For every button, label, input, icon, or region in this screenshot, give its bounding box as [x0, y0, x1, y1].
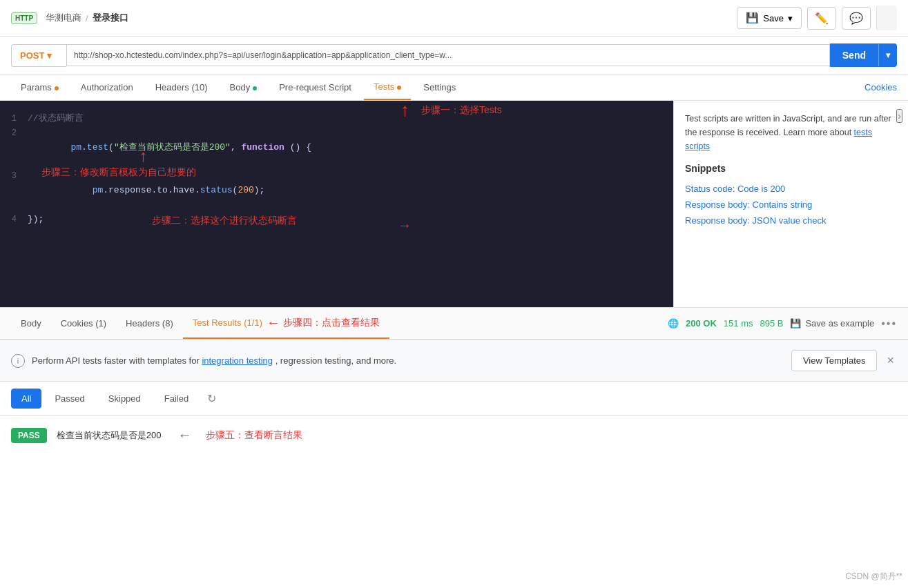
arrow-left-4: ← — [267, 315, 280, 331]
arrow-left-5: ← — [178, 427, 192, 443]
save-dropdown-icon: ▾ — [788, 13, 793, 23]
tab-settings[interactable]: Settings — [414, 75, 465, 99]
annotation-step5: 步骤五：查看断言结果 — [206, 429, 302, 442]
snippet-panel: › Test scripts are written in JavaScript… — [673, 101, 908, 307]
snippet-item-3[interactable]: Response body: JSON value check — [685, 213, 897, 228]
editor-area: ↑ 步骤一：选择Tests 步骤三：修改断言模板为自己想要的 ↑ 1 //状态码… — [0, 101, 908, 308]
resp-tab-body[interactable]: Body — [11, 311, 51, 335]
integration-testing-link[interactable]: integration testing — [202, 355, 273, 366]
filter-row: All Passed Skipped Failed ↻ — [0, 382, 908, 416]
response-tabs: Body Cookies (1) Headers (8) Test Result… — [0, 308, 908, 340]
send-label: Send — [830, 43, 878, 67]
filter-skipped[interactable]: Skipped — [98, 389, 151, 409]
comment-icon: 💬 — [849, 12, 863, 24]
code-line-4: 4 }); — [0, 213, 673, 227]
topbar: HTTP 华测电商 / 登录接口 💾 Save ▾ ✏️ 💬 — [0, 0, 908, 37]
http-badge: HTTP — [11, 12, 37, 24]
line-content: }); — [28, 213, 673, 227]
tab-headers[interactable]: Headers (10) — [146, 75, 218, 99]
breadcrumb: 华测电商 / 登录接口 — [46, 12, 128, 24]
edit-button[interactable]: ✏️ — [807, 7, 836, 30]
method-label: POST — [20, 50, 44, 61]
tab-body[interactable]: Body — [220, 75, 267, 99]
globe-icon: 🌐 — [668, 318, 679, 329]
request-tabs: Params Authorization Headers (10) Body P… — [0, 75, 908, 101]
resp-tab-headers[interactable]: Headers (8) — [116, 311, 183, 335]
url-bar: POST ▾ Send ▾ — [0, 37, 908, 75]
pass-badge: PASS — [11, 428, 47, 443]
sidebar-toggle[interactable] — [876, 6, 897, 30]
test-results-area: PASS 检查当前状态码是否是200 ← 步骤五：查看断言结果 — [0, 416, 908, 454]
refresh-button[interactable]: ↻ — [207, 392, 216, 405]
test-result-row: PASS 检查当前状态码是否是200 ← 步骤五：查看断言结果 — [11, 427, 897, 443]
snippet-item-1[interactable]: Status code: Code is 200 — [685, 181, 897, 197]
cookies-link[interactable]: Cookies — [864, 75, 897, 99]
method-select[interactable]: POST ▾ — [11, 44, 66, 67]
comment-button[interactable]: 💬 — [842, 7, 871, 30]
code-line-3: 3 pm.response.to.have.status(200); — [0, 169, 673, 212]
response-meta: 🌐 200 OK 151 ms 895 B 💾 Save as example … — [668, 317, 897, 330]
breadcrumb-parent: 华测电商 — [46, 12, 81, 24]
line-content: pm.response.to.have.status(200); — [28, 169, 673, 212]
line-number: 3 — [0, 169, 28, 212]
snippet-description: Test scripts are written in JavaScript, … — [685, 112, 897, 153]
close-banner-button[interactable]: × — [884, 353, 897, 368]
info-text: Perform API tests faster with templates … — [32, 354, 784, 368]
line-content: //状态码断言 — [28, 112, 673, 126]
more-button[interactable]: ••• — [881, 317, 897, 330]
code-line-2: 2 pm.test("检查当前状态码是否是200", function () { — [0, 126, 673, 169]
view-templates-button[interactable]: View Templates — [791, 350, 878, 371]
annotation-step4: 步骤四：点击查看结果 — [283, 317, 380, 329]
save-example-button[interactable]: 💾 Save as example — [790, 318, 874, 329]
edit-icon: ✏️ — [815, 12, 829, 24]
save-example-icon: 💾 — [790, 318, 801, 329]
save-icon: 💾 — [746, 12, 759, 24]
params-dot — [55, 86, 59, 90]
line-content: pm.test("检查当前状态码是否是200", function () { — [28, 126, 673, 169]
tab-prerequest[interactable]: Pre-request Script — [269, 75, 361, 99]
method-dropdown-icon: ▾ — [47, 50, 52, 61]
status-code: 200 OK — [686, 318, 717, 329]
status-size: 895 B — [760, 318, 783, 329]
code-line-1: 1 //状态码断言 — [0, 112, 673, 126]
tests-scripts-link[interactable]: tests scripts — [685, 128, 872, 151]
send-dropdown-icon: ▾ — [878, 44, 897, 66]
status-time: 151 ms — [724, 318, 753, 329]
resp-tab-test-results[interactable]: Test Results (1/1) ← 步骤四：点击查看结果 — [183, 308, 389, 339]
tab-params[interactable]: Params — [11, 75, 68, 99]
tests-dot — [397, 86, 401, 90]
breadcrumb-separator: / — [86, 13, 88, 23]
filter-all[interactable]: All — [11, 389, 41, 409]
body-dot — [253, 86, 257, 90]
save-button[interactable]: 💾 Save ▾ — [737, 7, 802, 29]
filter-failed[interactable]: Failed — [154, 389, 199, 409]
info-icon: i — [11, 354, 25, 368]
save-label: Save — [763, 13, 784, 23]
info-banner: i Perform API tests faster with template… — [0, 340, 908, 382]
collapse-button[interactable]: › — [896, 109, 902, 123]
tab-tests[interactable]: Tests — [364, 75, 411, 100]
line-number: 4 — [0, 213, 28, 227]
test-result-label: 检查当前状态码是否是200 — [57, 429, 162, 442]
url-input[interactable] — [66, 44, 830, 66]
breadcrumb-title: 登录接口 — [93, 12, 128, 24]
topbar-actions: 💾 Save ▾ ✏️ 💬 — [737, 6, 897, 30]
tab-authorization[interactable]: Authorization — [71, 75, 143, 99]
save-example-label: Save as example — [805, 318, 874, 329]
snippet-item-2[interactable]: Response body: Contains string — [685, 197, 897, 213]
line-number: 2 — [0, 126, 28, 169]
code-editor[interactable]: 步骤三：修改断言模板为自己想要的 ↑ 1 //状态码断言 2 pm.test("… — [0, 101, 673, 307]
resp-tab-cookies[interactable]: Cookies (1) — [51, 311, 116, 335]
snippets-title: Snippets — [685, 163, 897, 174]
line-number: 1 — [0, 112, 28, 126]
filter-passed[interactable]: Passed — [44, 389, 95, 409]
send-button[interactable]: Send ▾ — [830, 43, 897, 67]
